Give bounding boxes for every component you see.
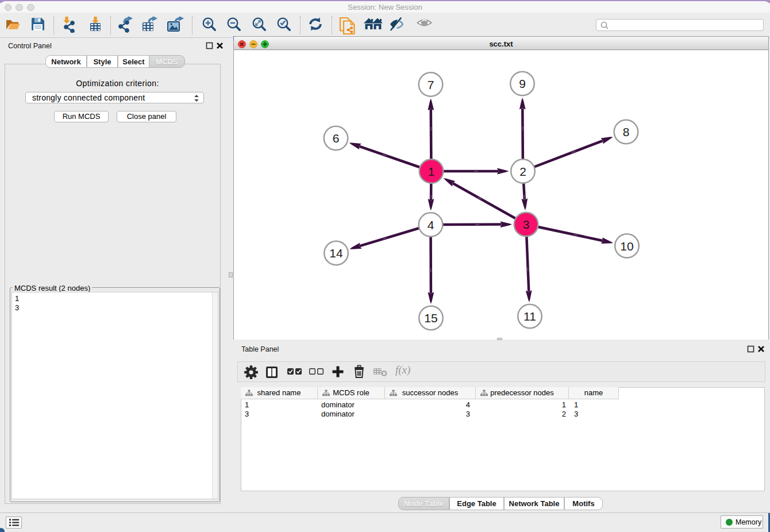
svg-text:7: 7 (428, 78, 434, 91)
svg-text:11: 11 (523, 310, 536, 323)
svg-text:15: 15 (424, 311, 437, 325)
svg-text:8: 8 (623, 125, 630, 138)
svg-text:4: 4 (428, 218, 434, 232)
svg-text:14: 14 (329, 246, 343, 260)
svg-text:1: 1 (428, 165, 435, 178)
svg-text:6: 6 (333, 132, 340, 145)
svg-text:10: 10 (620, 240, 633, 253)
svg-text:3: 3 (523, 218, 530, 231)
svg-text:2: 2 (519, 165, 526, 178)
svg-text:9: 9 (519, 77, 526, 90)
